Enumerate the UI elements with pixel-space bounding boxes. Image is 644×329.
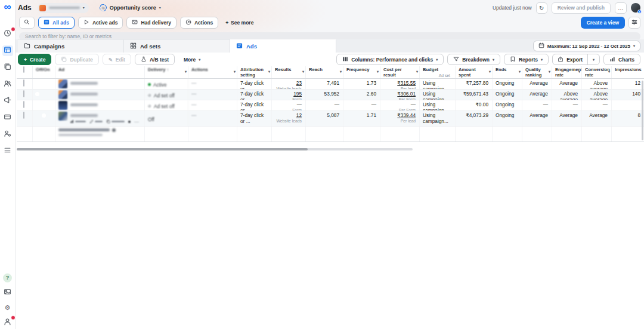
export-options-button[interactable]: ▾ <box>587 54 599 64</box>
filter-chip-had-delivery[interactable]: Had delivery <box>126 17 177 29</box>
sidebar-item-campaigns[interactable] <box>2 45 13 56</box>
chevron-down-icon[interactable]: ▾ <box>549 70 550 74</box>
quick-chart-action[interactable] <box>70 119 86 124</box>
ad-name-redacted[interactable] <box>70 114 98 117</box>
header-actions[interactable]: Actions▾ <box>188 66 237 78</box>
help-button[interactable]: ? <box>2 272 13 283</box>
feedback-button[interactable] <box>2 287 13 298</box>
sidebar-item-advertise[interactable] <box>2 96 13 106</box>
results-value-link[interactable]: 195 <box>293 91 302 97</box>
ab-test-button[interactable]: A/B test <box>135 54 175 65</box>
chevron-down-icon[interactable]: ▾ <box>608 70 610 74</box>
filter-chip-active-ads[interactable]: Active ads <box>78 17 123 29</box>
quick-duplicate-action[interactable] <box>106 119 125 124</box>
ad-thumbnail[interactable] <box>58 90 67 99</box>
chevron-down-icon[interactable]: ▾ <box>519 70 521 74</box>
results-value-link[interactable]: 12 <box>296 112 302 118</box>
header-delivery[interactable]: Delivery↑▾ <box>144 66 188 78</box>
cost-value-link[interactable]: ₹306.01 <box>397 91 416 97</box>
header-frequency[interactable]: Frequency▾ <box>343 66 380 78</box>
header-reach[interactable]: Reach▾ <box>305 66 343 78</box>
ad-account-selector[interactable]: ▾ <box>38 3 89 13</box>
breakdown-button[interactable]: Breakdown ▾ <box>447 54 500 65</box>
edit-button[interactable]: ✎ Edit <box>103 54 131 65</box>
meta-logo-icon[interactable]: ∞ <box>4 1 11 13</box>
user-avatar[interactable]: f <box>631 3 640 13</box>
view-settings-button[interactable] <box>628 17 640 29</box>
cost-value-link[interactable]: ₹339.44 <box>397 112 416 118</box>
filter-chip-all-ads[interactable]: All ads <box>38 17 75 29</box>
chevron-down-icon[interactable]: ▾ <box>340 70 342 74</box>
search-button[interactable] <box>19 17 35 29</box>
sidebar-item-all-tools[interactable] <box>2 146 13 156</box>
header-cost-per-result[interactable]: Cost per result▾ <box>380 66 419 78</box>
row-checkbox[interactable] <box>23 112 24 119</box>
export-button[interactable]: Export <box>553 54 587 64</box>
ad-name-redacted[interactable] <box>70 103 98 106</box>
review-and-publish-button[interactable]: Review and publish <box>552 2 611 14</box>
table-row: — ⊘ Ad set off — 7-day click or ... —For… <box>17 100 644 111</box>
tab-ad-sets[interactable]: Ad sets <box>124 39 230 53</box>
sidebar-item-account-overview[interactable] <box>2 29 13 39</box>
chevron-down-icon[interactable]: ▾ <box>377 70 379 74</box>
header-ends[interactable]: Ends▾ <box>492 66 522 78</box>
reports-button[interactable]: Reports ▾ <box>504 54 549 65</box>
ads-manager-app: ∞ <box>0 0 644 329</box>
quick-edit-action[interactable] <box>89 119 103 124</box>
row-checkbox[interactable] <box>23 90 24 97</box>
quick-more-action[interactable] <box>128 121 131 123</box>
horizontal-scrollbar-thumb[interactable] <box>17 148 308 150</box>
ad-thumbnail[interactable] <box>58 79 67 88</box>
settings-button[interactable]: ⚙ <box>2 302 13 313</box>
duplicate-button[interactable]: Duplicate <box>55 54 98 65</box>
see-more-filters-button[interactable]: + See more <box>222 20 257 26</box>
header-attribution-setting[interactable]: Attribution setting▾ <box>237 66 271 78</box>
cost-value-link[interactable]: — <box>411 102 416 107</box>
create-button[interactable]: + Create <box>18 54 51 65</box>
chevron-down-icon[interactable]: ▾ <box>416 70 418 74</box>
cost-value-link[interactable]: ₹315.55 <box>397 80 416 86</box>
profile-button[interactable] <box>2 317 13 328</box>
header-impressions[interactable]: Impressions <box>611 66 644 78</box>
chevron-down-icon[interactable]: ▾ <box>234 70 236 74</box>
columns-button[interactable]: Columns: Performance and clicks ▾ <box>336 54 444 65</box>
chevron-down-icon[interactable]: ▾ <box>268 70 270 74</box>
chevron-down-icon[interactable]: ▾ <box>578 70 580 74</box>
ad-name-redacted[interactable] <box>70 82 98 85</box>
header-off-on[interactable]: Off/On <box>32 66 55 78</box>
date-range-selector[interactable]: Maximum: 12 Sep 2022 - 12 Oct 2025 ▾ <box>533 41 640 51</box>
results-value-link[interactable]: — <box>297 102 302 107</box>
filter-chip-actions[interactable]: Actions <box>180 17 218 29</box>
header-quality-ranking[interactable]: Quality ranking▾ <box>522 66 552 78</box>
ad-name-redacted[interactable] <box>70 93 98 96</box>
header-amount-spent[interactable]: Amount spent▾ <box>455 66 492 78</box>
horizontal-scrollbar-track[interactable] <box>17 148 413 150</box>
opportunity-score-dropdown[interactable]: Opportunity score ▾ <box>100 4 161 11</box>
select-all-checkbox[interactable] <box>23 66 24 73</box>
sidebar-item-audiences[interactable] <box>2 79 13 90</box>
tab-campaigns[interactable]: Campaigns <box>18 39 124 53</box>
chevron-down-icon[interactable]: ▾ <box>185 70 187 74</box>
more-options-button[interactable]: … <box>615 2 627 14</box>
sidebar-item-billing[interactable] <box>2 112 13 123</box>
header-conversion-rate-ranking[interactable]: Conversion rate ranking▾ <box>581 66 611 78</box>
ad-thumbnail[interactable] <box>58 101 67 110</box>
sidebar-item-business-settings[interactable] <box>2 129 13 140</box>
more-menu-button[interactable]: More ▾ <box>178 54 206 65</box>
vertical-scrollbar[interactable] <box>642 81 643 140</box>
create-view-button[interactable]: Create a view <box>581 17 625 29</box>
tab-ads[interactable]: Ads <box>230 39 336 53</box>
header-budget[interactable]: BudgetAd set <box>419 66 455 78</box>
charts-button[interactable]: Charts <box>603 54 640 65</box>
ad-thumbnail[interactable] <box>58 112 67 121</box>
sidebar-item-pages[interactable] <box>2 62 13 73</box>
refresh-button[interactable]: ↻ <box>536 2 547 14</box>
row-checkbox[interactable] <box>23 79 24 87</box>
results-value-link[interactable]: 23 <box>296 80 302 86</box>
header-results[interactable]: Results▾ <box>271 66 305 78</box>
chevron-down-icon[interactable]: ▾ <box>302 70 304 74</box>
chevron-down-icon[interactable]: ▾ <box>489 70 491 74</box>
header-ad[interactable]: Ad <box>55 66 144 78</box>
header-engagement-rate-ranking[interactable]: Engagement rate ranking▾ <box>552 66 581 78</box>
row-checkbox[interactable] <box>23 101 24 108</box>
